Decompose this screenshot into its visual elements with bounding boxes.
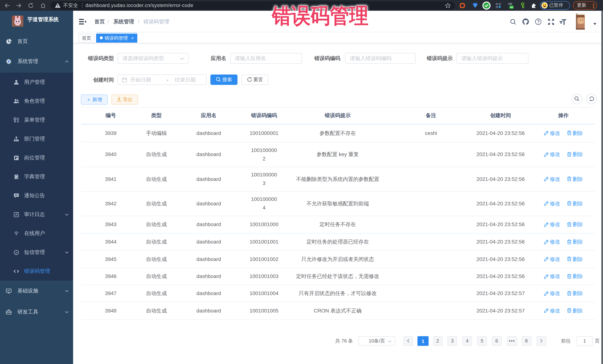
svg-text:on: on (510, 6, 513, 9)
